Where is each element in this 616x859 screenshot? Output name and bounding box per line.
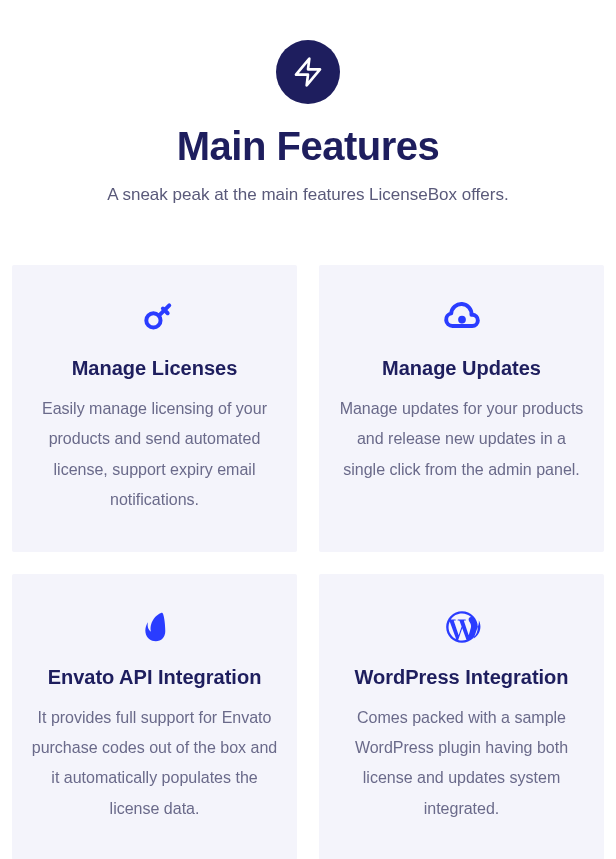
feature-title: WordPress Integration (337, 666, 586, 689)
svg-marker-0 (296, 59, 320, 86)
feature-card-updates: Manage Updates Manage updates for your p… (319, 265, 604, 552)
feature-title: Manage Updates (337, 357, 586, 380)
feature-card-envato: Envato API Integration It provides full … (12, 574, 297, 859)
feature-card-licenses: Manage Licenses Easily manage licensing … (12, 265, 297, 552)
feature-card-wordpress: WordPress Integration Comes packed with … (319, 574, 604, 859)
wordpress-icon (337, 606, 586, 648)
envato-icon (30, 606, 279, 648)
features-grid: Manage Licenses Easily manage licensing … (12, 265, 604, 859)
lightning-icon (276, 40, 340, 104)
key-icon (30, 297, 279, 339)
features-header: Main Features A sneak peak at the main f… (12, 40, 604, 205)
cloud-download-icon (337, 297, 586, 339)
feature-description: Comes packed with a sample WordPress plu… (337, 703, 586, 825)
feature-title: Envato API Integration (30, 666, 279, 689)
feature-description: It provides full support for Envato purc… (30, 703, 279, 825)
subtitle: A sneak peak at the main features Licens… (12, 185, 604, 205)
feature-description: Manage updates for your products and rel… (337, 394, 586, 485)
main-title: Main Features (12, 124, 604, 169)
feature-description: Easily manage licensing of your products… (30, 394, 279, 516)
feature-title: Manage Licenses (30, 357, 279, 380)
